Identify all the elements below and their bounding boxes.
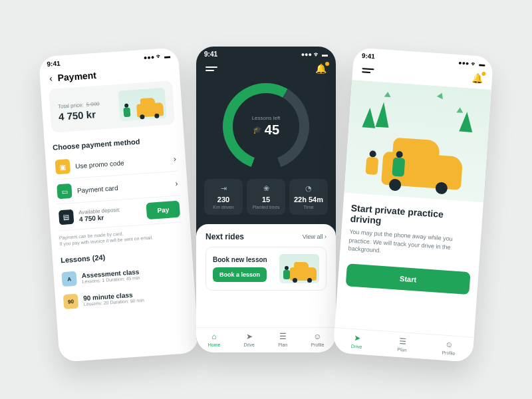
price-illustration — [118, 88, 167, 122]
stat-label: Planted trees — [251, 205, 281, 209]
tab-bar: ➤Drive ☰Plan ☺Profile — [333, 327, 474, 362]
profile-icon: ☺ — [313, 332, 321, 341]
book-lesson-card: Book new lesson Book a lesson — [205, 247, 327, 291]
stats-row: ⇥230Km driven ❀15Planted trees ◔22h 54mT… — [204, 179, 328, 215]
status-icons: ●●●ᯤ▬ — [456, 59, 485, 68]
book-illustration — [279, 254, 319, 283]
clock-icon: ◔ — [293, 184, 324, 193]
profile-icon: ☺ — [445, 340, 454, 350]
total-price-label: Total price: — [58, 102, 84, 110]
notifications-icon[interactable]: 🔔 — [471, 72, 483, 84]
tree-icon: ❀ — [251, 184, 281, 193]
distance-icon: ⇥ — [208, 184, 239, 193]
home-icon: ⌂ — [211, 332, 216, 341]
screen-home: 9:41 ●●●ᯤ▬ 🔔 Lessons left 🎓45 ⇥230Km dri… — [196, 47, 336, 352]
menu-icon[interactable] — [362, 68, 374, 73]
graduation-icon: 🎓 — [253, 126, 262, 134]
notifications-icon[interactable]: 🔔 — [315, 63, 327, 74]
card-icon: ▭ — [57, 184, 72, 199]
status-time: 9:41 — [362, 52, 376, 60]
tab-profile[interactable]: ☺Profile — [442, 340, 456, 356]
stat-trees: ❀15Planted trees — [247, 179, 285, 215]
chevron-right-icon: › — [173, 154, 176, 164]
stat-time: ◔22h 54mTime — [289, 179, 328, 215]
status-time: 9:41 — [204, 51, 217, 58]
stat-value: 15 — [251, 196, 281, 203]
gauge-caption: Lessons left — [252, 115, 281, 121]
gauge-value: 45 — [265, 122, 279, 138]
stat-label: Km driven — [208, 205, 239, 209]
stat-label: Time — [293, 205, 324, 209]
book-lesson-button[interactable]: Book a lesson — [213, 267, 267, 282]
tab-profile[interactable]: ☺Profile — [311, 332, 324, 347]
screen-drive: 9:41 ●●●ᯤ▬ 🔔 Start private practice driv… — [333, 47, 494, 362]
tab-label: Profile — [442, 350, 455, 356]
plan-icon: ☰ — [398, 336, 406, 346]
promo-icon: ▣ — [55, 159, 70, 174]
lessons-gauge: Lessons left 🎓45 — [223, 83, 309, 170]
bottom-sheet: Next rides View all › Book new lesson Bo… — [196, 224, 336, 352]
view-all-link[interactable]: View all › — [303, 233, 327, 240]
tab-label: Plan — [278, 342, 287, 347]
deposit-value: 4 750 kr — [79, 213, 104, 223]
tab-label: Drive — [244, 342, 255, 347]
lesson-badge: A — [61, 271, 76, 287]
stat-km: ⇥230Km driven — [204, 179, 243, 215]
drive-icon: ➤ — [246, 332, 253, 341]
tab-label: Drive — [351, 344, 362, 349]
tab-plan[interactable]: ☰Plan — [397, 336, 408, 352]
status-icons: ●●●ᯤ▬ — [299, 51, 328, 58]
status-time: 9:41 — [47, 60, 61, 68]
tab-drive[interactable]: ➤Drive — [244, 332, 255, 347]
tab-label: Profile — [311, 342, 324, 347]
book-title: Book new lesson — [213, 256, 274, 263]
start-button[interactable]: Start — [346, 263, 471, 295]
price-amount: 4 750 kr — [58, 108, 100, 122]
tab-home[interactable]: ⌂Home — [208, 332, 221, 347]
status-icons: ●●●ᯤ▬ — [141, 52, 170, 61]
drive-icon: ➤ — [354, 333, 361, 343]
chevron-right-icon: › — [175, 179, 178, 188]
wallet-icon: ▤ — [59, 209, 74, 224]
back-icon[interactable]: ‹ — [49, 73, 53, 84]
plan-icon: ☰ — [279, 332, 287, 341]
tab-label: Home — [208, 342, 221, 347]
header: 🔔 — [196, 61, 336, 79]
card-label: Payment card — [77, 180, 170, 194]
lesson-badge: 90 — [63, 294, 78, 309]
menu-icon[interactable] — [205, 66, 217, 71]
price-card: Total price:5 000 4 750 kr — [49, 80, 175, 133]
status-bar: 9:41 ●●●ᯤ▬ — [196, 47, 336, 61]
tab-drive[interactable]: ➤Drive — [351, 333, 363, 349]
stat-value: 22h 54m — [293, 196, 324, 203]
drive-heading: Start private practice driving — [350, 202, 475, 232]
screen-payment: 9:41 ●●●ᯤ▬ ‹ Payment Total price:5 000 4… — [39, 47, 200, 362]
tab-plan[interactable]: ☰Plan — [278, 332, 287, 347]
next-rides-heading: Next rides — [205, 232, 244, 241]
drive-hero-illustration — [344, 80, 491, 202]
tab-label: Plan — [397, 347, 406, 352]
promo-label: Use promo code — [75, 156, 168, 170]
stat-value: 230 — [208, 196, 239, 203]
drive-body: You may put the phone away while you pra… — [348, 227, 473, 261]
old-price: 5 000 — [86, 100, 100, 107]
pay-button[interactable]: Pay — [146, 201, 180, 219]
tab-bar: ⌂Home ➤Drive ☰Plan ☺Profile — [196, 327, 336, 352]
deposit-label: Available deposit: — [78, 205, 142, 215]
